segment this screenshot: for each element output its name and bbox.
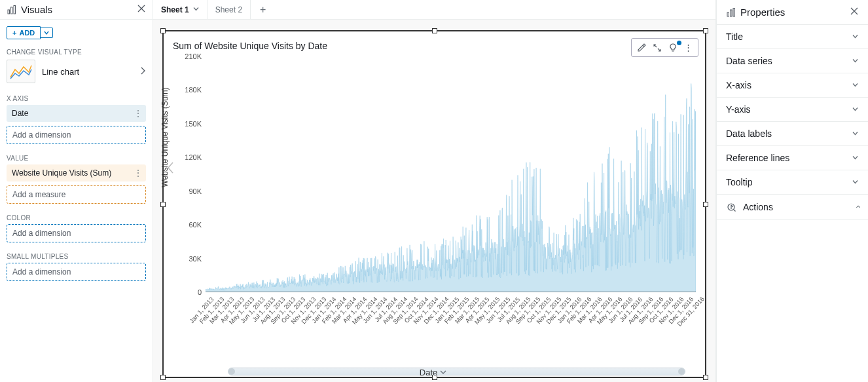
- add-sheet-button[interactable]: +: [251, 4, 275, 16]
- chart-body: Website Unique Visits (Sum) 030K60K90K12…: [169, 56, 697, 325]
- chevron-down-icon: [852, 153, 859, 163]
- more-menu-icon[interactable]: ⋮: [681, 41, 695, 54]
- x-axis-menu-icon[interactable]: [440, 368, 446, 377]
- y-tick: 180K: [185, 86, 206, 94]
- value-field-pill[interactable]: Website Unique Visits (Sum) ⋮: [7, 164, 146, 181]
- y-tick: 60K: [189, 221, 206, 229]
- chevron-down-icon: [852, 105, 859, 115]
- y-tick: 150K: [185, 120, 206, 128]
- svg-rect-5: [731, 10, 732, 16]
- properties-icon: [726, 7, 736, 18]
- chevron-down-icon: [852, 129, 859, 139]
- y-tick: 30K: [189, 255, 206, 263]
- plus-icon: +: [12, 29, 16, 37]
- properties-section-title[interactable]: Title: [717, 25, 868, 49]
- chevron-down-icon: [852, 32, 859, 42]
- small-multiples-group-label: SMALL MULTIPLES: [0, 246, 153, 263]
- properties-panel: Properties TitleData seriesX-axisY-axisD…: [716, 0, 868, 382]
- y-tick: 120K: [185, 153, 206, 161]
- chevron-right-icon: [139, 67, 146, 77]
- change-visual-type-label: CHANGE VISUAL TYPE: [0, 42, 153, 60]
- sheet-tab-1-menu-icon[interactable]: [193, 6, 199, 13]
- value-add-measure[interactable]: Add a measure: [7, 185, 146, 204]
- chart-prev-arrow-icon[interactable]: [166, 161, 175, 176]
- svg-rect-6: [733, 8, 735, 16]
- properties-panel-title: Properties: [740, 7, 785, 18]
- close-properties-panel-icon[interactable]: [850, 7, 859, 18]
- chart-icon: [7, 5, 17, 15]
- close-visuals-panel-icon[interactable]: [137, 4, 146, 15]
- insights-icon[interactable]: [666, 42, 680, 54]
- add-visual-row: + ADD: [0, 20, 153, 42]
- resize-handle-tl[interactable]: [160, 28, 166, 33]
- resize-handle-tc[interactable]: [432, 28, 437, 33]
- svg-rect-1: [11, 7, 13, 14]
- properties-section-tooltip[interactable]: Tooltip: [717, 170, 868, 195]
- resize-handle-rc[interactable]: [703, 202, 708, 207]
- svg-rect-2: [14, 5, 16, 14]
- chevron-down-icon: [852, 178, 859, 187]
- chevron-down-icon: [852, 56, 859, 66]
- visual-frame[interactable]: Sum of Website Unique Visits by Date ⋮ W…: [162, 30, 706, 378]
- y-tick: 0: [198, 288, 206, 296]
- sheet-tabs: Sheet 1 Sheet 2 +: [153, 0, 715, 20]
- resize-handle-br[interactable]: [703, 375, 708, 380]
- notification-dot-icon: [677, 41, 681, 45]
- visual-type-name: Line chart: [42, 67, 133, 77]
- color-add-dimension[interactable]: Add a dimension: [7, 224, 146, 242]
- color-group-label: COLOR: [0, 208, 153, 224]
- xaxis-field-pill[interactable]: Date ⋮: [7, 105, 146, 122]
- properties-panel-header: Properties: [717, 0, 868, 25]
- resize-handle-bl[interactable]: [160, 375, 166, 380]
- visuals-panel-header: Visuals: [0, 0, 153, 20]
- add-visual-label: ADD: [19, 29, 35, 37]
- chevron-right-icon: ›: [852, 205, 863, 208]
- value-field-menu-icon[interactable]: ⋮: [134, 168, 141, 178]
- sheet-tab-1[interactable]: Sheet 1: [153, 0, 208, 19]
- canvas-area: Sheet 1 Sheet 2 + Sum of Website Unique …: [153, 0, 716, 382]
- properties-section-y-axis[interactable]: Y-axis: [717, 98, 868, 122]
- properties-actions-label: Actions: [743, 202, 773, 212]
- add-visual-button[interactable]: + ADD: [7, 26, 41, 39]
- chart-plot[interactable]: 030K60K90K120K150K180K210K: [206, 56, 696, 292]
- canvas[interactable]: Sum of Website Unique Visits by Date ⋮ W…: [153, 20, 715, 382]
- sheet-tab-2-label: Sheet 2: [215, 5, 242, 14]
- x-axis-label[interactable]: Date: [169, 368, 697, 377]
- chevron-down-icon: [852, 81, 859, 90]
- resize-handle-tr[interactable]: [703, 28, 708, 33]
- value-group-label: VALUE: [0, 148, 153, 164]
- svg-rect-4: [727, 12, 729, 16]
- xaxis-field-name: Date: [12, 109, 28, 118]
- add-visual-dropdown-button[interactable]: [41, 28, 53, 38]
- visuals-panel: Visuals + ADD CHANGE VISUAL TYPE Line ch…: [0, 0, 153, 382]
- sheet-tab-2[interactable]: Sheet 2: [208, 0, 251, 19]
- y-tick: 90K: [189, 187, 206, 195]
- xaxis-field-menu-icon[interactable]: ⋮: [134, 109, 141, 118]
- properties-actions[interactable]: Actions ›: [717, 195, 868, 220]
- visual-type-selector[interactable]: Line chart: [0, 60, 153, 88]
- xaxis-add-dimension[interactable]: Add a dimension: [7, 126, 146, 144]
- line-chart-thumb-icon: [7, 60, 35, 83]
- chart-toolbar: ⋮: [631, 38, 698, 57]
- properties-section-reference-lines[interactable]: Reference lines: [717, 146, 868, 170]
- properties-section-x-axis[interactable]: X-axis: [717, 73, 868, 98]
- xaxis-group-label: X AXIS: [0, 88, 153, 105]
- svg-rect-0: [8, 10, 10, 14]
- resize-handle-lc[interactable]: [160, 202, 166, 207]
- visuals-panel-title: Visuals: [21, 4, 52, 15]
- properties-section-data-series[interactable]: Data series: [717, 49, 868, 73]
- properties-section-data-labels[interactable]: Data labels: [717, 122, 868, 146]
- value-field-name: Website Unique Visits (Sum): [12, 168, 111, 178]
- y-tick: 210K: [185, 52, 206, 60]
- chart-title[interactable]: Sum of Website Unique Visits by Date: [164, 31, 705, 56]
- edit-icon[interactable]: [634, 42, 649, 54]
- expand-icon[interactable]: [650, 42, 664, 54]
- sheet-tab-1-label: Sheet 1: [161, 5, 189, 14]
- small-multiples-add-dimension[interactable]: Add a dimension: [7, 263, 146, 281]
- actions-icon: [726, 202, 736, 212]
- x-axis-ticks: Jan 1, 2013Feb 1, 2013Mar 1, 2013Apr 1, …: [206, 292, 696, 332]
